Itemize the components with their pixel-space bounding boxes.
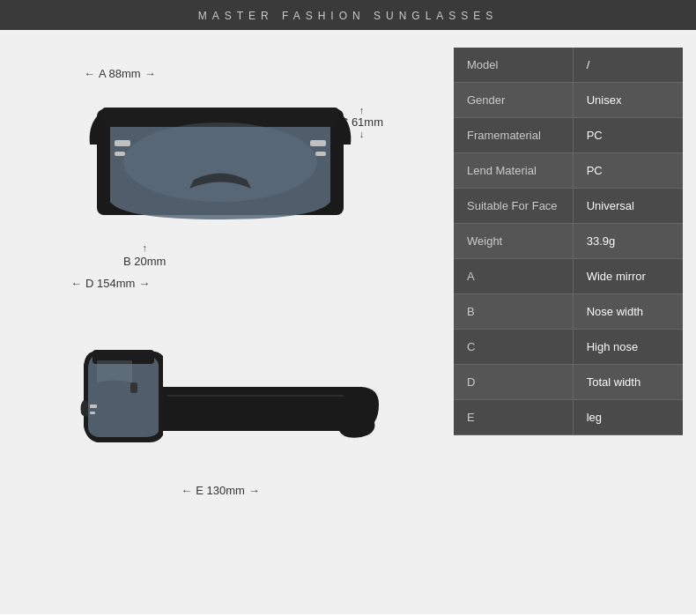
specs-table: Model / Gender Unisex Framematerial PC L… xyxy=(454,48,683,435)
spec-row: C High nose xyxy=(454,330,683,365)
brand-title: MASTER FASHION SUNGLASSES xyxy=(198,10,499,22)
spec-value: Unisex xyxy=(573,83,683,118)
spec-value: 33.9g xyxy=(573,224,683,259)
svg-rect-4 xyxy=(310,140,326,146)
dimension-a-label: A 88mm xyxy=(99,67,141,80)
spec-row: Model / xyxy=(454,48,683,83)
dimension-b-label: B 20mm xyxy=(123,255,166,268)
spec-value: PC xyxy=(573,118,683,153)
svg-rect-10 xyxy=(130,382,137,393)
svg-rect-5 xyxy=(315,152,326,156)
spec-label: Weight xyxy=(454,224,573,259)
svg-rect-8 xyxy=(90,404,97,408)
right-panel: Model / Gender Unisex Framematerial PC L… xyxy=(441,30,696,614)
svg-rect-3 xyxy=(115,152,125,156)
spec-value: leg xyxy=(573,400,683,435)
spec-row: Lend Material PC xyxy=(454,153,683,189)
spec-label: Framematerial xyxy=(454,118,573,153)
spec-row: E leg xyxy=(454,400,683,435)
spec-row: Framematerial PC xyxy=(454,118,683,153)
svg-point-6 xyxy=(123,122,317,202)
spec-value: Universal xyxy=(573,189,683,224)
spec-value: High nose xyxy=(573,330,683,365)
spec-row: D Total width xyxy=(454,365,683,400)
spec-row: Suitable For Face Universal xyxy=(454,189,683,224)
front-view-container: ← A 88mm → ↑ C 61mm ↓ xyxy=(53,65,388,294)
side-glasses-svg xyxy=(79,338,379,462)
spec-row: B Nose width xyxy=(454,294,683,330)
svg-rect-2 xyxy=(115,140,130,146)
spec-label: Suitable For Face xyxy=(454,189,573,224)
spec-row: A Wide mirror xyxy=(454,259,683,294)
svg-rect-9 xyxy=(90,412,95,414)
spec-row: Gender Unisex xyxy=(454,83,683,118)
side-view-container: ← E 130mm → xyxy=(53,321,388,497)
spec-value: Wide mirror xyxy=(573,259,683,294)
spec-label: A xyxy=(454,259,573,294)
spec-value: Nose width xyxy=(573,294,683,330)
spec-label: Gender xyxy=(454,83,573,118)
dimension-d-label: D 154mm xyxy=(85,277,135,290)
spec-value: Total width xyxy=(573,365,683,400)
spec-label: Lend Material xyxy=(454,153,573,189)
spec-label: E xyxy=(454,400,573,435)
main-content: ← A 88mm → ↑ C 61mm ↓ xyxy=(0,30,696,614)
spec-value: PC xyxy=(573,153,683,189)
spec-label: B xyxy=(454,294,573,330)
page-header: MASTER FASHION SUNGLASSES xyxy=(0,0,696,30)
spec-label: D xyxy=(454,365,573,400)
spec-label: Model xyxy=(454,48,573,83)
dimension-e-label: E 130mm xyxy=(196,484,245,497)
front-glasses-svg xyxy=(88,92,352,250)
spec-value: / xyxy=(573,48,683,83)
left-panel: ← A 88mm → ↑ C 61mm ↓ xyxy=(0,30,441,614)
spec-label: C xyxy=(454,330,573,365)
spec-row: Weight 33.9g xyxy=(454,224,683,259)
